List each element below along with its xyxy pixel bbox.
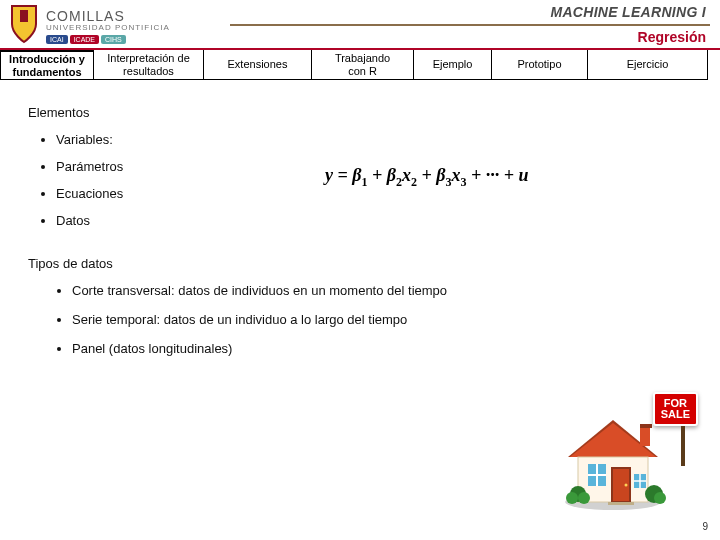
svg-rect-0 xyxy=(20,10,28,22)
tipos-list: Corte transversal: datos de individuos e… xyxy=(28,283,700,356)
tab-interpretacion[interactable]: Interpretación de resultados xyxy=(94,50,204,80)
sign-post xyxy=(681,426,685,466)
for-sale-sign-text: FOR SALE xyxy=(653,392,698,426)
svg-point-18 xyxy=(566,492,578,504)
faculty-chips: ICAI ICADE CIHS xyxy=(46,35,170,44)
tab-extensiones[interactable]: Extensiones xyxy=(204,50,312,80)
chip-cihs: CIHS xyxy=(101,35,126,44)
university-crest-icon xyxy=(8,4,40,44)
tab-prototipo[interactable]: Prototipo xyxy=(492,50,588,80)
for-sale-sign: FOR SALE xyxy=(653,392,698,466)
tab-ejercicio[interactable]: Ejercicio xyxy=(588,50,708,80)
university-name-block: COMILLAS UNIVERSIDAD PONTIFICIA ICAI ICA… xyxy=(46,8,170,44)
svg-point-21 xyxy=(654,492,666,504)
regression-equation: y = β1 + β2x2 + β3x3 + ··· + u xyxy=(325,165,528,190)
course-title: MACHINE LEARNING I xyxy=(550,4,706,20)
chip-icai: ICAI xyxy=(46,35,68,44)
svg-rect-5 xyxy=(640,424,652,428)
university-name: COMILLAS xyxy=(46,8,170,24)
tab-trabajando-con-r[interactable]: Trabajando con R xyxy=(312,50,414,80)
house-icon xyxy=(558,402,668,512)
list-item: Serie temporal: datos de un individuo a … xyxy=(72,312,700,327)
slide-body: Elementos Variables: Parámetros Ecuacion… xyxy=(28,105,700,370)
svg-rect-4 xyxy=(640,426,650,446)
list-item: Corte transversal: datos de individuos e… xyxy=(72,283,700,298)
svg-point-15 xyxy=(625,484,628,487)
list-item: Panel (datos longitudinales) xyxy=(72,341,700,356)
svg-point-19 xyxy=(578,492,590,504)
list-item: Variables: xyxy=(56,132,700,147)
slide-header: COMILLAS UNIVERSIDAD PONTIFICIA ICAI ICA… xyxy=(0,0,720,50)
list-item: Datos xyxy=(56,213,700,228)
svg-rect-16 xyxy=(608,502,634,505)
tab-introduccion[interactable]: Introducción y fundamentos xyxy=(0,50,94,80)
house-for-sale-graphic: FOR SALE xyxy=(558,392,698,512)
chip-icade: ICADE xyxy=(70,35,99,44)
section-tipos-heading: Tipos de datos xyxy=(28,256,700,271)
section-tabs: Introducción y fundamentos Interpretació… xyxy=(0,50,720,80)
page-number: 9 xyxy=(702,521,708,532)
slide-topic: Regresión xyxy=(638,29,706,45)
university-subline: UNIVERSIDAD PONTIFICIA xyxy=(46,23,170,32)
header-divider xyxy=(230,24,710,26)
section-elementos-heading: Elementos xyxy=(28,105,700,120)
tab-ejemplo[interactable]: Ejemplo xyxy=(414,50,492,80)
